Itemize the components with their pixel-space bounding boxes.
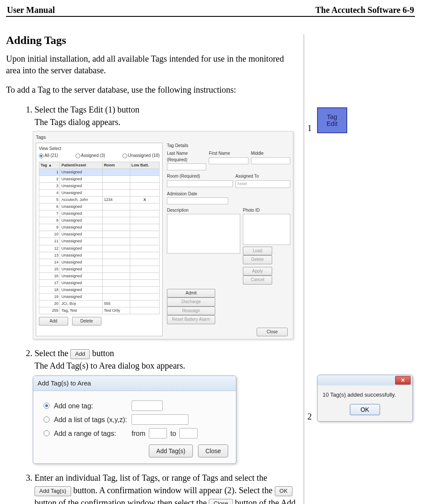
confirm-ok-button[interactable]: OK bbox=[350, 404, 380, 415]
step-1-line-a: Select the Tags Edit (1) button bbox=[35, 105, 139, 114]
range-from-input[interactable] bbox=[149, 428, 167, 438]
description-field[interactable] bbox=[167, 214, 240, 254]
header-right: The Accutech Software 6-9 bbox=[315, 5, 414, 15]
page-header: User Manual The Accutech Software 6-9 bbox=[4, 5, 417, 16]
table-row[interactable]: 2Unassigned bbox=[39, 176, 160, 183]
steps-list: Select the Tags Edit (1) button The Tags… bbox=[4, 103, 298, 504]
last-name-field[interactable] bbox=[167, 163, 206, 170]
step-3-b: button. A confirmation window will appea… bbox=[73, 485, 275, 495]
step-3-a: Enter an individual Tag, list of Tags, o… bbox=[35, 473, 267, 482]
admit-button[interactable]: Admit bbox=[167, 289, 215, 298]
table-row[interactable]: 20JCI, Boy555 bbox=[39, 300, 160, 307]
table-row[interactable]: 9Unassigned bbox=[39, 224, 160, 231]
table-row[interactable]: 8Unassigned bbox=[39, 217, 160, 224]
step-2-line-c: The Add Tag(s) to Area dialog box appear… bbox=[35, 361, 185, 370]
radio-icon bbox=[44, 403, 50, 409]
intro-paragraph-2: To add a Tag to the server database, use… bbox=[6, 84, 298, 96]
assigned-to-select[interactable]: Asset bbox=[236, 180, 290, 188]
photoid-label: Photo ID bbox=[243, 207, 290, 214]
delete-button[interactable]: Delete bbox=[72, 317, 101, 326]
table-row[interactable]: 14Unassigned bbox=[39, 259, 160, 266]
addtags-add-button[interactable]: Add Tag(s) bbox=[149, 445, 192, 457]
table-row[interactable]: 5Accutech, John1234X bbox=[39, 197, 160, 203]
add-button[interactable]: Add bbox=[39, 317, 68, 326]
table-row[interactable]: 7Unassigned bbox=[39, 210, 160, 217]
tags-dialog-figure: Tags View Select All (21) Assigned (3) U… bbox=[33, 131, 293, 339]
delete-photo-button[interactable]: Delete bbox=[243, 255, 272, 264]
table-row[interactable]: 16Unassigned bbox=[39, 272, 160, 279]
confirm-dialog-figure: ✕ 10 Tag(s) added successfully. OK bbox=[317, 375, 413, 422]
reset-battery-button[interactable]: Reset Battery Alarm bbox=[167, 315, 215, 324]
intro-paragraph-1: Upon initial installation, add all avail… bbox=[6, 53, 298, 76]
step-1: Select the Tags Edit (1) button The Tags… bbox=[35, 103, 298, 339]
step-2: Select the Add button The Add Tag(s) to … bbox=[35, 347, 298, 464]
table-row[interactable]: 13Unassigned bbox=[39, 252, 160, 259]
close-button[interactable]: Close bbox=[257, 328, 288, 337]
load-button[interactable]: Load bbox=[243, 247, 272, 256]
opt-one-input[interactable] bbox=[132, 401, 163, 411]
opt-one-label: Add one tag: bbox=[54, 401, 132, 411]
opt-range-label: Add a range of tags: bbox=[54, 429, 132, 438]
admission-field[interactable] bbox=[167, 197, 228, 204]
room-field[interactable] bbox=[167, 180, 233, 187]
confirm-titlebar: ✕ bbox=[317, 375, 412, 385]
view-select-label: View Select bbox=[39, 146, 160, 152]
table-row[interactable]: 18Unassigned bbox=[39, 286, 160, 293]
middle-field[interactable] bbox=[251, 157, 290, 164]
addtags-opt-list[interactable]: Add a list of tags (x,y,z): bbox=[44, 414, 228, 425]
range-to-input[interactable] bbox=[179, 428, 198, 438]
table-row[interactable]: 19Unassigned bbox=[39, 293, 160, 300]
table-header-row: Tag ▲ Patient/Asset Room Low Batt. bbox=[39, 162, 160, 169]
table-row[interactable]: 255Tag, TestTest Only bbox=[39, 307, 160, 314]
table-row[interactable]: 4Unassigned bbox=[39, 190, 160, 197]
apply-button[interactable]: Apply bbox=[243, 267, 272, 276]
section-title: Adding Tags bbox=[6, 34, 298, 47]
step-2-pre: Select the bbox=[35, 348, 70, 358]
view-select-unassigned[interactable]: Unassigned (18) bbox=[123, 153, 160, 159]
inline-ok-button: OK bbox=[275, 486, 292, 496]
inline-addtags-button: Add Tag(s) bbox=[35, 486, 71, 496]
cancel-button[interactable]: Cancel bbox=[243, 275, 272, 285]
table-row[interactable]: 6Unassigned bbox=[39, 203, 160, 210]
header-left: User Manual bbox=[7, 5, 55, 15]
to-label: to bbox=[170, 429, 176, 438]
table-row[interactable]: 17Unassigned bbox=[39, 279, 160, 286]
content-column: Adding Tags Upon initial installation, a… bbox=[4, 34, 304, 504]
addtags-opt-range[interactable]: Add a range of tags: from to bbox=[44, 428, 228, 438]
discharge-button[interactable]: Discharge bbox=[167, 297, 215, 307]
step-1-line-b: The Tags dialog appears. bbox=[35, 117, 120, 127]
col-lowbatt[interactable]: Low Batt. bbox=[130, 162, 159, 169]
opt-list-input[interactable] bbox=[132, 414, 189, 425]
addtags-dialog-figure: Add Tag(s) to Area Add one tag: Add a li… bbox=[33, 376, 236, 464]
table-row[interactable]: 15Unassigned bbox=[39, 266, 160, 272]
view-select-all[interactable]: All (21) bbox=[39, 153, 58, 159]
callout-2-number: 2 bbox=[308, 412, 312, 422]
col-patient[interactable]: Patient/Asset bbox=[60, 162, 102, 169]
tags-dialog-title: Tags bbox=[36, 134, 290, 141]
admission-label: Admission Date bbox=[167, 191, 290, 197]
table-row[interactable]: 12Unassigned bbox=[39, 245, 160, 252]
table-row[interactable]: 3Unassigned bbox=[39, 183, 160, 190]
close-icon[interactable]: ✕ bbox=[395, 376, 411, 385]
reassign-button[interactable]: Reassign bbox=[167, 307, 215, 316]
addtags-close-button[interactable]: Close bbox=[198, 445, 228, 457]
col-tag[interactable]: Tag ▲ bbox=[39, 162, 60, 169]
inline-close-button: Close bbox=[209, 499, 232, 504]
table-row[interactable]: 10Unassigned bbox=[39, 231, 160, 238]
callout-1-number: 1 bbox=[308, 123, 312, 133]
step-2-post: button bbox=[92, 348, 114, 358]
view-select-row: All (21) Assigned (3) Unassigned (18) bbox=[39, 153, 160, 159]
inline-add-button: Add bbox=[70, 349, 90, 359]
first-name-field[interactable] bbox=[209, 157, 248, 164]
col-room[interactable]: Room bbox=[102, 162, 130, 169]
step-3: Enter an individual Tag, list of Tags, o… bbox=[35, 472, 298, 504]
step-3-c: button of the confirmation window then s… bbox=[35, 498, 209, 504]
addtags-dialog-title: Add Tag(s) to Area bbox=[33, 376, 236, 391]
middle-label: Middle bbox=[251, 150, 290, 157]
opt-list-label: Add a list of tags (x,y,z): bbox=[54, 415, 132, 425]
table-row[interactable]: 1Unassigned bbox=[39, 169, 160, 175]
view-select-assigned[interactable]: Assigned (3) bbox=[75, 153, 105, 159]
addtags-opt-one[interactable]: Add one tag: bbox=[44, 401, 228, 411]
tagedit-button-figure: Tag Edit bbox=[317, 107, 347, 133]
table-row[interactable]: 11Unassigned bbox=[39, 238, 160, 245]
